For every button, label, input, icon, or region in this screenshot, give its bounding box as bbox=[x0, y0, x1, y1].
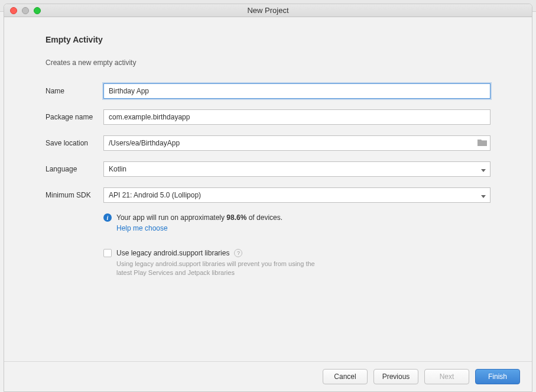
legacy-checkbox-label: Use legacy android.support libraries bbox=[116, 249, 229, 257]
new-project-window: New Project Empty Activity Creates a new… bbox=[4, 4, 532, 392]
name-row: Name bbox=[46, 83, 490, 99]
package-label: Package name bbox=[46, 113, 103, 121]
help-me-choose-link[interactable]: Help me choose bbox=[116, 224, 490, 232]
minimum-sdk-label: Minimum SDK bbox=[46, 191, 103, 199]
page-heading: Empty Activity bbox=[46, 35, 490, 44]
dialog-footer: Cancel Previous Next Finish bbox=[4, 361, 532, 391]
next-button: Next bbox=[424, 369, 469, 384]
help-icon[interactable]: ? bbox=[234, 249, 242, 257]
legacy-description: Using legacy android.support libraries w… bbox=[116, 260, 317, 278]
titlebar: New Project bbox=[4, 4, 532, 17]
minimize-window-button bbox=[22, 7, 29, 14]
language-row: Language Kotlin bbox=[46, 161, 490, 177]
legacy-checkbox[interactable] bbox=[103, 249, 112, 257]
save-location-label: Save location bbox=[46, 139, 103, 147]
legacy-checkbox-row: Use legacy android.support libraries ? bbox=[103, 249, 490, 257]
name-label: Name bbox=[46, 87, 103, 95]
save-location-row: Save location bbox=[46, 135, 490, 151]
cancel-button[interactable]: Cancel bbox=[323, 369, 368, 384]
window-controls bbox=[4, 7, 41, 14]
minimum-sdk-value: API 21: Android 5.0 (Lollipop) bbox=[109, 191, 201, 199]
save-location-input[interactable] bbox=[103, 135, 490, 151]
sdk-info: i Your app will run on approximately 98.… bbox=[103, 213, 490, 232]
browse-folder-icon[interactable] bbox=[477, 138, 487, 148]
dialog-content: Empty Activity Creates a new empty activ… bbox=[4, 17, 532, 361]
language-label: Language bbox=[46, 165, 103, 173]
window-title: New Project bbox=[4, 6, 532, 15]
name-input[interactable] bbox=[103, 83, 490, 99]
zoom-window-button[interactable] bbox=[34, 7, 41, 14]
page-subheading: Creates a new empty activity bbox=[46, 59, 490, 67]
previous-button[interactable]: Previous bbox=[373, 369, 418, 384]
minimum-sdk-row: Minimum SDK API 21: Android 5.0 (Lollipo… bbox=[46, 187, 490, 203]
package-input[interactable] bbox=[103, 109, 490, 125]
language-value: Kotlin bbox=[109, 165, 126, 173]
minimum-sdk-select[interactable]: API 21: Android 5.0 (Lollipop) bbox=[103, 187, 490, 203]
package-row: Package name bbox=[46, 109, 490, 125]
sdk-info-text: Your app will run on approximately 98.6%… bbox=[116, 213, 282, 222]
info-icon: i bbox=[103, 213, 112, 222]
close-window-button[interactable] bbox=[10, 7, 17, 14]
language-select[interactable]: Kotlin bbox=[103, 161, 490, 177]
finish-button[interactable]: Finish bbox=[475, 369, 520, 384]
